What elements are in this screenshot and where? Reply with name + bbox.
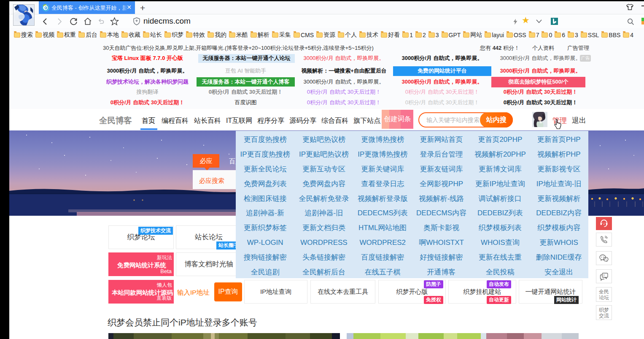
- svg-text:?: ?: [603, 274, 605, 277]
